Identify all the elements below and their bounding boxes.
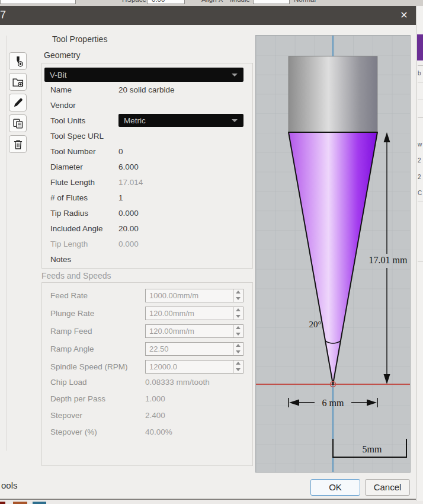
background-label: 0.00	[152, 0, 165, 3]
field-value[interactable]: 20 solid carbide	[118, 85, 243, 94]
spinner-up-icon[interactable]	[233, 289, 243, 296]
diameter-label: 6 mm	[322, 398, 344, 408]
row-plunge-rate: Plunge Rate 120.00mm/m	[50, 304, 243, 322]
row-vendor: Vendor	[50, 97, 243, 113]
background-label: Normal	[294, 0, 316, 3]
tool-type-select[interactable]: V-Bit	[44, 68, 243, 82]
delete-icon	[12, 138, 24, 151]
field-value[interactable]: 0	[118, 147, 243, 156]
input-value: 120.00mm/m	[146, 325, 233, 337]
row-num-flutes: # of Flutes 1	[50, 190, 243, 205]
background-divider	[418, 117, 423, 118]
field-label: Plunge Rate	[50, 309, 145, 318]
background-toolbar: HSpace 0.00 Align X Middle Normal	[0, 0, 423, 6]
spindle-speed-input[interactable]: 12000.0	[145, 360, 243, 374]
geometry-rows: Name 20 solid carbide Vendor Tool Units …	[50, 82, 243, 267]
field-label: Stepover	[50, 411, 145, 420]
edit-icon	[12, 97, 24, 109]
row-feed-rate: Feed Rate 1000.00mm/m	[50, 286, 243, 304]
input-value: 1000.00mm/m	[146, 289, 233, 302]
add-tool-group-button[interactable]	[9, 73, 27, 91]
field-value[interactable]: 6.000	[118, 162, 243, 171]
stepper	[233, 343, 243, 355]
input-value: 120.00mm/m	[146, 307, 233, 320]
field-label: Tip Radius	[50, 209, 118, 218]
dialog-title-fragment: 7	[0, 9, 6, 21]
spinner-up-icon[interactable]	[233, 361, 243, 367]
delete-tool-button[interactable]	[9, 135, 27, 153]
tool-units-select[interactable]: Metric	[118, 114, 243, 127]
edit-tool-button[interactable]	[9, 94, 27, 111]
row-tool-spec-url: Tool Spec URL	[50, 128, 243, 143]
stepper	[233, 325, 243, 337]
row-stepover-pct: Stepover (%) 40.00%	[50, 423, 243, 440]
field-value[interactable]: 0.000	[118, 209, 243, 218]
field-label: Name	[50, 85, 118, 94]
background-text-fragment: 2	[418, 174, 421, 180]
spinner-up-icon[interactable]	[233, 307, 243, 314]
page-title: Tool Properties	[52, 34, 107, 44]
field-label: Chip Load	[50, 378, 145, 387]
spinner-down-icon[interactable]	[233, 331, 243, 337]
field-label: Vendor	[50, 101, 118, 110]
row-flute-length: Flute Length 17.014	[50, 174, 243, 190]
close-icon[interactable]: ✕	[398, 9, 411, 22]
stepper	[233, 361, 243, 373]
field-value: 0.08333 mm/tooth	[145, 378, 210, 387]
background-tools-label: ools	[1, 480, 18, 490]
row-ramp-feed: Ramp Feed 120.00mm/m	[50, 322, 243, 340]
copy-tool-button[interactable]	[9, 114, 27, 132]
spinner-up-icon[interactable]	[233, 325, 243, 331]
ramp-angle-input[interactable]: 22.50	[145, 342, 243, 356]
spinner-down-icon[interactable]	[233, 295, 243, 302]
background-label: HSpace	[122, 0, 146, 3]
add-folder-icon	[12, 76, 24, 88]
background-label: Align X	[201, 0, 223, 3]
geometry-header: Geometry	[44, 50, 80, 60]
field-label: Ramp Feed	[50, 327, 145, 336]
spinner-up-icon[interactable]	[233, 343, 243, 349]
background-input	[253, 0, 290, 4]
field-label: Included Angle	[50, 224, 118, 233]
palette-swatch	[0, 502, 5, 504]
field-value[interactable]: 1	[118, 193, 243, 202]
ok-button[interactable]: OK	[310, 479, 360, 496]
feeds-static-rows: Chip Load 0.08333 mm/tooth Depth per Pas…	[50, 374, 243, 440]
row-stepover: Stepover 2.400	[50, 407, 243, 423]
copy-icon	[12, 117, 24, 130]
field-label: Notes	[50, 255, 118, 264]
add-tool-button[interactable]	[9, 52, 27, 70]
stepper	[233, 307, 243, 320]
field-value[interactable]: 20.00	[118, 224, 243, 233]
add-tool-icon	[12, 55, 24, 68]
chevron-down-icon	[232, 119, 238, 122]
row-chip-load: Chip Load 0.08333 mm/tooth	[50, 374, 243, 390]
row-tip-length: Tip Length 0.000	[50, 236, 243, 251]
cancel-button[interactable]: Cancel	[365, 479, 410, 496]
field-value: 1.000	[145, 394, 165, 403]
spinner-down-icon[interactable]	[233, 349, 243, 355]
angle-label: 20°	[309, 320, 322, 329]
input-value: 22.50	[146, 343, 233, 355]
field-label: Ramp Angle	[50, 344, 145, 353]
row-notes: Notes	[50, 251, 243, 267]
spinner-down-icon[interactable]	[233, 366, 243, 373]
field-label: Tool Spec URL	[50, 132, 118, 141]
ramp-feed-input[interactable]: 120.00mm/m	[145, 324, 243, 338]
field-value: 0.000	[118, 240, 243, 248]
background-divider	[418, 65, 423, 66]
feed-rate-input[interactable]: 1000.00mm/m	[145, 289, 243, 302]
background-accent-block	[417, 34, 423, 60]
tip-point	[332, 383, 334, 385]
field-label: Spindle Speed (RPM)	[50, 362, 145, 371]
input-value: 12000.0	[146, 361, 233, 373]
dialog-titlebar: 7 ✕	[0, 6, 416, 25]
length-label: 17.01 mm	[369, 255, 408, 265]
spinner-down-icon[interactable]	[233, 313, 243, 320]
plunge-rate-input[interactable]: 120.00mm/m	[145, 307, 243, 320]
field-label: Flute Length	[50, 178, 118, 187]
feeds-spin-rows: Feed Rate 1000.00mm/m Plunge Rate 120.00…	[50, 286, 243, 375]
row-name: Name 20 solid carbide	[50, 82, 243, 97]
stepper	[233, 289, 243, 302]
row-tool-number: Tool Number 0	[50, 143, 243, 159]
